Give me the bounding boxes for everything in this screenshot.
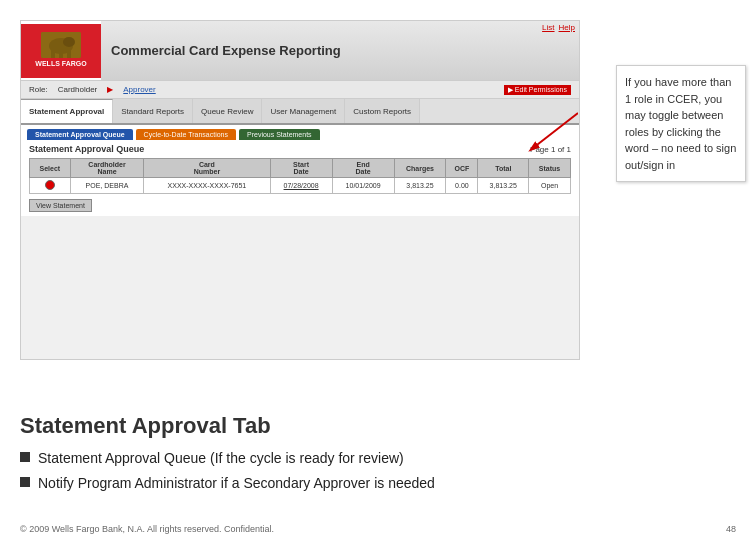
svg-line-7: [533, 113, 578, 148]
wf-top-links: List Help: [542, 23, 575, 32]
footer: © 2009 Wells Fargo Bank, N.A. All rights…: [20, 524, 736, 534]
col-status: Status: [529, 159, 571, 178]
role-value1: Cardholder: [58, 85, 98, 94]
sub-tabs: Statement Approval Queue Cycle-to-Date T…: [21, 125, 579, 140]
wf-header: WELLS FARGO Commercial Card Expense Repo…: [21, 21, 579, 81]
col-select: Select: [30, 159, 71, 178]
table-row: POE, DEBRA XXXX-XXXX-XXXX-7651 07/28/200…: [30, 178, 571, 194]
col-end: EndDate: [332, 159, 394, 178]
callout-box: If you have more than 1 role in CCER, yo…: [616, 65, 746, 182]
role-label: Role:: [29, 85, 48, 94]
bullet-text-1: Statement Approval Queue (If the cycle i…: [38, 449, 404, 469]
row-select[interactable]: [30, 178, 71, 194]
subtab-statement-approval-queue[interactable]: Statement Approval Queue: [27, 129, 133, 140]
col-start: StartDate: [270, 159, 332, 178]
statement-table: Select CardholderName CardNumber StartDa…: [29, 158, 571, 194]
content-area: Statement Approval Queue Page 1 of 1 Sel…: [21, 140, 579, 216]
footer-copyright: © 2009 Wells Fargo Bank, N.A. All rights…: [20, 524, 274, 534]
subtab-cycle-to-date[interactable]: Cycle-to-Date Transactions: [136, 129, 236, 140]
tab-queue-review[interactable]: Queue Review: [193, 99, 262, 123]
tab-custom-reports[interactable]: Custom Reports: [345, 99, 420, 123]
tab-statement-approval[interactable]: Statement Approval: [21, 99, 113, 123]
bottom-section: Statement Approval Tab Statement Approva…: [20, 413, 736, 500]
svg-rect-5: [67, 50, 71, 58]
role-arrow: ▶: [107, 85, 113, 94]
row-status: Open: [529, 178, 571, 194]
slide-container: WELLS FARGO Commercial Card Expense Repo…: [0, 0, 756, 540]
app-title: Commercial Card Expense Reporting: [111, 43, 341, 58]
tab-user-management[interactable]: User Management: [262, 99, 345, 123]
help-link[interactable]: Help: [559, 23, 575, 32]
col-charges: Charges: [394, 159, 446, 178]
row-start[interactable]: 07/28/2008: [270, 178, 332, 194]
wf-title-bar: Commercial Card Expense Reporting: [101, 21, 579, 80]
row-name: POE, DEBRA: [70, 178, 143, 194]
wf-logo: WELLS FARGO: [21, 24, 101, 78]
row-ocf: 0.00: [446, 178, 478, 194]
wf-logo-horse: [41, 32, 81, 58]
svg-rect-4: [59, 50, 63, 58]
tab-standard-reports[interactable]: Standard Reports: [113, 99, 193, 123]
table-header-row: Select CardholderName CardNumber StartDa…: [30, 159, 571, 178]
nav-tabs: Statement Approval Standard Reports Queu…: [21, 99, 579, 125]
row-total: 3,813.25: [478, 178, 529, 194]
callout-text: If you have more than 1 role in CCER, yo…: [625, 76, 736, 171]
bullet-icon-1: [20, 452, 30, 462]
page-header-row: Statement Approval Queue Page 1 of 1: [29, 144, 571, 154]
role-value2[interactable]: Approver: [123, 85, 155, 94]
svg-point-2: [63, 37, 75, 47]
col-total: Total: [478, 159, 529, 178]
wf-logo-text: WELLS FARGO: [35, 60, 86, 68]
callout-arrow-svg: [528, 108, 578, 158]
col-ocf: OCF: [446, 159, 478, 178]
footer-page-num: 48: [726, 524, 736, 534]
section-title: Statement Approval Tab: [20, 413, 736, 439]
bullet-item-1: Statement Approval Queue (If the cycle i…: [20, 449, 736, 469]
svg-rect-3: [51, 50, 55, 58]
row-card: XXXX-XXXX-XXXX-7651: [144, 178, 270, 194]
edit-permissions-btn[interactable]: ▶ Edit Permissions: [504, 85, 571, 95]
view-statement-btn[interactable]: View Statement: [29, 199, 92, 212]
screenshot-area: WELLS FARGO Commercial Card Expense Repo…: [20, 20, 580, 360]
content-heading: Statement Approval Queue: [29, 144, 144, 154]
col-name: CardholderName: [70, 159, 143, 178]
bullet-text-2: Notify Program Administrator if a Second…: [38, 474, 435, 494]
row-charges: 3,813.25: [394, 178, 446, 194]
col-card: CardNumber: [144, 159, 270, 178]
subtab-previous-statements[interactable]: Previous Statements: [239, 129, 320, 140]
bullet-item-2: Notify Program Administrator if a Second…: [20, 474, 736, 494]
bullet-icon-2: [20, 477, 30, 487]
role-bar: Role: Cardholder ▶ Approver ▶ Edit Permi…: [21, 81, 579, 99]
list-link[interactable]: List: [542, 23, 554, 32]
radio-button[interactable]: [45, 180, 55, 190]
row-end: 10/01/2009: [332, 178, 394, 194]
